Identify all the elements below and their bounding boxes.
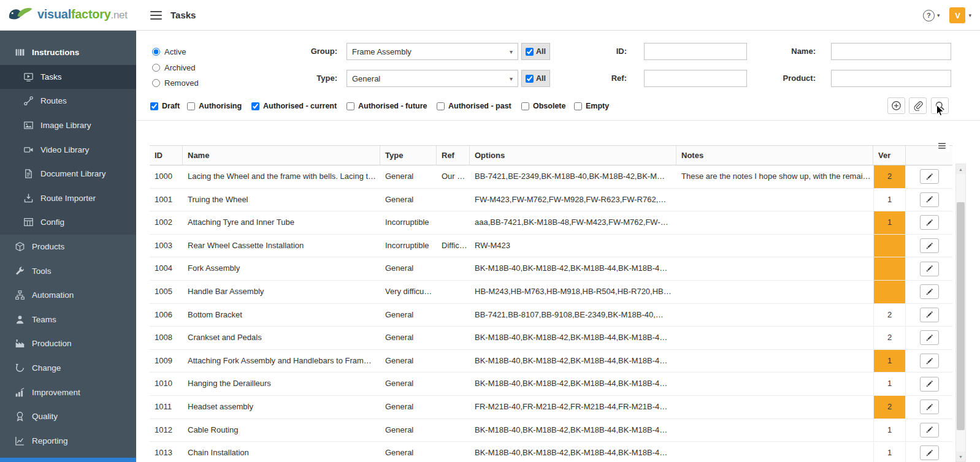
visualfactory-logo[interactable]: visualfactory.net xyxy=(7,5,128,23)
table-row[interactable]: 1006Bottom BracketGeneralBB-7421,BB-8107… xyxy=(150,304,952,327)
product-filter-input[interactable] xyxy=(831,70,951,87)
state-checkbox-draft[interactable]: Draft xyxy=(150,101,180,111)
status-radio-archived[interactable]: Archived xyxy=(152,60,199,76)
sidebar-item-config[interactable]: Config xyxy=(0,210,136,235)
table-scrollbar[interactable]: ▲ ▼ xyxy=(955,164,966,462)
table-row[interactable]: 1005Handle Bar AssemblyVery difficu…HB-M… xyxy=(150,281,952,304)
state-checkbox-empty[interactable]: Empty xyxy=(574,101,609,111)
table-row[interactable]: 1000Lacing the Wheel and the frame with … xyxy=(150,165,952,189)
state-checkbox-authorised-future[interactable]: Authorised - future xyxy=(346,101,427,111)
column-header-ref[interactable]: Ref xyxy=(437,145,470,165)
sidebar-item-label: Reporting xyxy=(32,436,68,445)
edit-row-button[interactable] xyxy=(920,330,939,345)
edit-row-button[interactable] xyxy=(920,377,939,392)
state-checkbox-authorised-current[interactable]: Authorised - current xyxy=(251,101,337,111)
scroll-down-arrow[interactable]: ▼ xyxy=(956,452,965,461)
status-radio-input[interactable] xyxy=(152,64,160,72)
edit-row-button[interactable] xyxy=(920,262,939,276)
column-header-ver[interactable]: Ver xyxy=(873,145,906,165)
status-radio-input[interactable] xyxy=(152,79,160,87)
group-select[interactable]: Frame Assembly ▾ xyxy=(346,43,518,60)
sidebar-item-label: Tasks xyxy=(40,72,62,81)
table-row[interactable]: 1002Attaching Tyre and Inner TubeIncorru… xyxy=(150,211,952,235)
state-checkbox-input[interactable] xyxy=(346,102,354,110)
state-checkbox-authorising[interactable]: Authorising xyxy=(187,101,242,111)
sidebar-item-production[interactable]: Production xyxy=(0,331,136,356)
cell-id: 1008 xyxy=(150,327,183,349)
group-all-checkbox-input[interactable] xyxy=(526,48,534,56)
edit-row-button[interactable] xyxy=(920,308,939,322)
column-header-options[interactable]: Options xyxy=(470,145,676,165)
name-filter-input[interactable] xyxy=(831,43,951,60)
state-checkbox-obsolete[interactable]: Obsolete xyxy=(521,101,566,111)
status-radio-input[interactable] xyxy=(152,48,160,56)
edit-row-button[interactable] xyxy=(920,400,939,414)
sidebar-item-automation[interactable]: Automation xyxy=(0,283,136,308)
ref-filter-input[interactable] xyxy=(644,70,747,87)
sidebar-item-products[interactable]: Products xyxy=(0,235,136,259)
search-button[interactable] xyxy=(931,97,949,114)
scroll-up-arrow[interactable]: ▲ xyxy=(956,164,965,174)
edit-row-button[interactable] xyxy=(920,238,939,253)
sidebar-item-tasks[interactable]: Tasks xyxy=(0,65,136,89)
type-all-checkbox[interactable]: All xyxy=(521,70,550,87)
state-checkbox-input[interactable] xyxy=(251,102,259,110)
group-all-checkbox[interactable]: All xyxy=(521,43,550,60)
column-header-id[interactable]: ID xyxy=(150,145,183,165)
sidebar-item-route-importer[interactable]: Route Importer xyxy=(0,186,136,211)
state-checkbox-input[interactable] xyxy=(150,102,158,110)
type-all-checkbox-input[interactable] xyxy=(526,75,534,83)
state-checkbox-authorised-past[interactable]: Authorised - past xyxy=(437,101,511,111)
table-row[interactable]: 1013Chain InstallationGeneralBK-M18B-40,… xyxy=(150,442,952,462)
scrollbar-thumb[interactable] xyxy=(957,202,965,430)
table-row[interactable]: 1011Headset assemblyGeneralFR-M21B-40,FR… xyxy=(150,396,952,419)
table-row[interactable]: 1010Hanging the DerailleursGeneralBK-M18… xyxy=(150,373,952,396)
sidebar-item-reporting[interactable]: Reporting xyxy=(0,429,136,453)
state-checkbox-input[interactable] xyxy=(187,102,195,110)
edit-row-button[interactable] xyxy=(920,423,939,437)
column-header-notes[interactable]: Notes xyxy=(676,145,873,165)
id-filter-input[interactable] xyxy=(644,43,747,60)
edit-row-button[interactable] xyxy=(920,192,939,207)
sidebar-item-improvement[interactable]: Improvement xyxy=(0,380,136,404)
sidebar-item-document-library[interactable]: Document Library xyxy=(0,162,136,186)
edit-row-button[interactable] xyxy=(920,445,939,460)
sidebar-item-change[interactable]: Change xyxy=(0,356,136,381)
pencil-icon xyxy=(925,288,933,296)
edit-row-button[interactable] xyxy=(920,284,939,299)
attach-button[interactable] xyxy=(909,97,927,114)
menu-toggle-icon[interactable] xyxy=(150,11,162,20)
user-menu[interactable]: V ▾ xyxy=(949,7,971,23)
cell-ver: 1 xyxy=(873,442,906,462)
edit-row-button[interactable] xyxy=(920,169,939,184)
help-menu[interactable]: ? ▾ xyxy=(923,10,940,21)
edit-row-button[interactable] xyxy=(920,215,939,230)
type-select[interactable]: General ▾ xyxy=(346,70,518,87)
cell-ref: Our … xyxy=(437,165,470,188)
table-row[interactable]: 1001Truing the WheelGeneralFW-M423,FW-M7… xyxy=(150,189,952,212)
add-task-button[interactable] xyxy=(887,97,905,114)
status-radio-active[interactable]: Active xyxy=(152,44,199,60)
sidebar-item-routes[interactable]: Routes xyxy=(0,89,136,113)
status-radio-removed[interactable]: Removed xyxy=(152,75,199,91)
table-row[interactable]: 1012Cable RoutingGeneralBK-M18B-40,BK-M1… xyxy=(150,419,952,442)
sidebar-item-teams[interactable]: Teams xyxy=(0,308,136,332)
state-checkbox-input[interactable] xyxy=(437,102,445,110)
sidebar-item-quality[interactable]: Quality xyxy=(0,404,136,429)
column-header-type[interactable]: Type xyxy=(380,145,437,165)
sidebar-item-image-library[interactable]: Image Library xyxy=(0,113,136,138)
route-importer-icon xyxy=(23,193,34,203)
state-checkbox-input[interactable] xyxy=(521,102,529,110)
sidebar-item-instructions[interactable]: Instructions xyxy=(0,40,136,65)
column-menu-icon[interactable] xyxy=(937,141,949,152)
column-header-name[interactable]: Name xyxy=(183,145,380,165)
table-row[interactable]: 1008Crankset and PedalsGeneralBK-M18B-40… xyxy=(150,327,952,350)
sidebar-item-video-library[interactable]: Video Library xyxy=(0,137,136,162)
sidebar-item-tools[interactable]: Tools xyxy=(0,259,136,283)
table-row[interactable]: 1004Fork AssemblyGeneralBK-M18B-40,BK-M1… xyxy=(150,257,952,281)
state-checkbox-input[interactable] xyxy=(574,102,582,110)
table-row[interactable]: 1003Rear Wheel Cassette InstallationInco… xyxy=(150,235,952,258)
table-row[interactable]: 1009Attaching Fork Assembly and Handleba… xyxy=(150,350,952,373)
sidebar-item-label: Document Library xyxy=(40,169,106,178)
edit-row-button[interactable] xyxy=(920,354,939,368)
